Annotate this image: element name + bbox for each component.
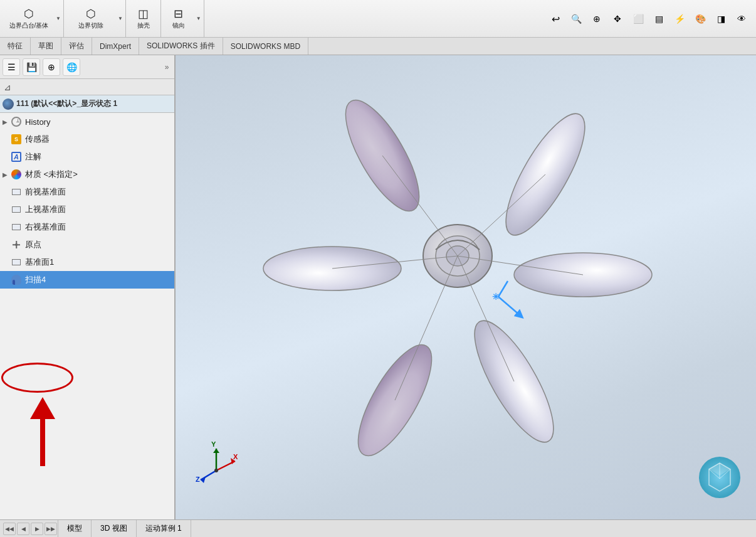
target-btn[interactable]: ⊕ <box>43 58 60 76</box>
boss-base-dropdown[interactable]: ▼ <box>55 14 62 23</box>
document-title: 111 (默认<<默认>_显示状态 1 <box>0 95 174 113</box>
left-panel: ☰ 💾 ⊕ 🌐 » ⊿ 111 (默认<<默认>_显示状态 1 ▶ <box>0 55 176 519</box>
svg-line-11 <box>382 156 458 256</box>
left-toolbar-row1: ☰ 💾 ⊕ 🌐 » <box>0 55 174 79</box>
mirror-button[interactable]: ⊟ 镜向 <box>163 2 194 36</box>
nav-prev-prev-btn[interactable]: ◀◀ <box>3 523 16 535</box>
tree-item-top-plane[interactable]: 上视基准面 <box>0 201 174 218</box>
boss-base-button[interactable]: ⬡ 边界凸台/基体 <box>4 2 54 36</box>
plane1-label: 基准面1 <box>25 257 54 268</box>
svg-text:Z: Z <box>196 476 200 483</box>
expand-arrow-material: ▶ <box>3 171 10 178</box>
plane1-icon <box>10 256 23 268</box>
tree-content: ▶ History S 传感器 A <box>0 113 174 519</box>
svg-text:✳: ✳ <box>492 292 500 302</box>
annotation-label: 注解 <box>25 151 41 162</box>
shell-button[interactable]: ◫ 抽壳 <box>128 2 159 36</box>
tree-item-right-plane[interactable]: 右视基准面 <box>0 218 174 236</box>
tree-item-history[interactable]: ▶ History <box>0 113 174 130</box>
annotation-icon: A <box>10 151 23 163</box>
status-bar: ◀◀ ◀ ▶ ▶▶ 模型 3D 视图 运动算例 1 <box>0 519 756 537</box>
expand-arrow-history: ▶ <box>3 119 10 125</box>
3d-model: ✳ <box>238 68 677 494</box>
svg-line-17 <box>498 297 520 316</box>
nav-prev-btn[interactable]: ◀ <box>17 523 29 535</box>
svg-text:Y: Y <box>211 440 216 448</box>
right-toolbar-icons: ↩ 🔍 ⊕ ✥ ⬜ ▤ ⚡ 🎨 ◨ 👁 <box>546 0 751 38</box>
cut-dropdown[interactable]: ▼ <box>117 14 124 23</box>
scenes-icon[interactable]: ◨ <box>711 9 730 28</box>
toolbar-group-boss: ⬡ 边界凸台/基体 ▼ <box>3 0 64 37</box>
cut-button[interactable]: ⬡ 边界切除 <box>66 2 116 36</box>
front-plane-icon <box>10 186 23 198</box>
doc-title-label: 111 (默认<<默认>_显示状态 1 <box>16 98 117 109</box>
tab-bar: 特征 草图 评估 DimXpert SOLIDWORKS 插件 SOLIDWOR… <box>0 38 756 55</box>
tab-3d-view[interactable]: 3D 视图 <box>92 520 137 537</box>
top-toolbar: ⬡ 边界凸台/基体 ▼ ⬡ 边界切除 ▼ ◫ 抽壳 ⊟ 镜向 ▼ ↩ 🔍 ⊕ ✥… <box>0 0 756 38</box>
tab-dimxpert[interactable]: DimXpert <box>92 38 139 55</box>
tree-item-front-plane[interactable]: 前视基准面 <box>0 183 174 201</box>
boss-base-icon: ⬡ <box>24 7 34 21</box>
tree-item-sweep4[interactable]: 扫描4 <box>0 271 174 289</box>
sensor-label: 传感器 <box>25 134 50 145</box>
top-plane-icon <box>10 203 23 216</box>
material-icon <box>10 168 23 181</box>
toolbar-group-shell: ◫ 抽壳 <box>127 0 161 37</box>
history-label: History <box>25 117 50 127</box>
lightning-icon[interactable]: ⚡ <box>670 9 689 28</box>
rotate-view-icon[interactable]: ↩ <box>546 9 565 28</box>
tree-item-plane1[interactable]: 基准面1 <box>0 253 174 271</box>
save-btn[interactable]: 💾 <box>23 58 40 76</box>
boss-base-label: 边界凸台/基体 <box>9 21 49 30</box>
front-plane-label: 前视基准面 <box>25 186 66 198</box>
coord-indicator: X Y Z <box>194 439 238 485</box>
view-settings-icon[interactable]: 👁 <box>732 9 751 28</box>
tab-model[interactable]: 模型 <box>58 520 92 537</box>
filter-bar: ⊿ <box>0 79 174 95</box>
svg-text:X: X <box>233 453 238 460</box>
tab-evaluate[interactable]: 评估 <box>61 38 92 55</box>
nav-next-next-btn[interactable]: ▶▶ <box>45 523 57 535</box>
tree-item-origin[interactable]: 原点 <box>0 236 174 253</box>
globe-btn[interactable]: 🌐 <box>63 58 80 76</box>
expand-btn[interactable]: » <box>162 62 172 72</box>
tab-solidworks-mbd[interactable]: SOLIDWORKS MBD <box>223 38 308 55</box>
tab-feature[interactable]: 特征 <box>0 38 31 55</box>
top-plane-label: 上视基准面 <box>25 204 66 215</box>
cut-label: 边界切除 <box>78 21 103 30</box>
sensor-icon: S <box>10 133 23 146</box>
origin-label: 原点 <box>25 239 41 250</box>
viewport[interactable]: ✳ X Y Z <box>176 55 756 519</box>
material-label: 材质 <未指定> <box>25 169 78 180</box>
sweep4-icon <box>10 274 23 286</box>
right-plane-label: 右视基准面 <box>25 221 66 233</box>
tab-motion[interactable]: 运动算例 1 <box>137 520 191 537</box>
main-layout: ☰ 💾 ⊕ 🌐 » ⊿ 111 (默认<<默认>_显示状态 1 ▶ <box>0 55 756 519</box>
origin-icon <box>10 238 23 251</box>
properties-btn[interactable]: ☰ <box>3 58 20 76</box>
filter-icon: ⊿ <box>4 82 11 92</box>
toolbar-group-mirror: ⊟ 镜向 ▼ <box>162 0 204 37</box>
zoom-in-icon[interactable]: ⊕ <box>587 9 606 28</box>
appearance-icon[interactable]: 🎨 <box>691 9 710 28</box>
svg-line-18 <box>498 281 508 297</box>
svg-marker-24 <box>213 449 219 453</box>
display-style-icon[interactable]: ⬜ <box>629 9 648 28</box>
cut-icon: ⬡ <box>86 7 96 21</box>
shell-label: 抽壳 <box>137 21 150 30</box>
mirror-dropdown[interactable]: ▼ <box>195 14 202 23</box>
zoom-to-fit-icon[interactable]: 🔍 <box>567 9 585 28</box>
tab-sketch[interactable]: 草图 <box>31 38 61 55</box>
shell-icon: ◫ <box>138 7 149 21</box>
tree-item-annotation[interactable]: A 注解 <box>0 148 174 166</box>
section-view-icon[interactable]: ▤ <box>649 9 668 28</box>
doc-icon <box>3 98 14 110</box>
viewcube[interactable] <box>696 454 743 501</box>
nav-next-btn[interactable]: ▶ <box>31 523 43 535</box>
history-icon <box>10 115 23 128</box>
pan-icon[interactable]: ✥ <box>608 9 627 28</box>
tree-item-material[interactable]: ▶ 材质 <未指定> <box>0 166 174 183</box>
mirror-icon: ⊟ <box>174 7 183 21</box>
tab-solidworks-plugin[interactable]: SOLIDWORKS 插件 <box>139 38 223 55</box>
tree-item-sensor[interactable]: S 传感器 <box>0 130 174 148</box>
